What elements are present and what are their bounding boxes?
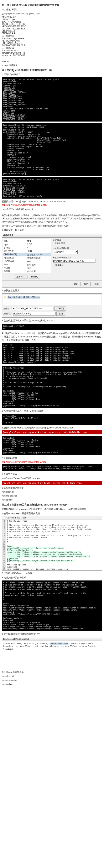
device-row[interactable]: CD/DVD (IDE)正在使用文件 D:...	[3, 253, 51, 256]
p-s8-2: 9.执行yum源更新命令	[2, 486, 102, 490]
chk-connected[interactable]: ☑ 已连接	[53, 239, 101, 242]
cancel-button[interactable]: 取消	[56, 312, 65, 316]
add-button[interactable]: 添加(A)...	[14, 275, 28, 279]
radio-iso[interactable]: ● 使用 ISO 映像文件:	[53, 256, 101, 259]
h-s2: 以下是ifcfg-eth0 能看到 手动增加的首次三项	[2, 68, 102, 72]
term-mount: [adminlp1-7]# mount ...	[2, 324, 102, 330]
p-s4: 3.点击确定后下载yum手动在centos6上加载CD/DVD	[2, 319, 102, 322]
block-s1-lines: DEVICES=eth0ONBOOT=yesBOOTPROTO=staticIP…	[2, 16, 102, 56]
ok-button[interactable]: 确定	[72, 282, 81, 286]
p-step1: 第一步：由于我们需要下载某文件，则打开Linux系统中安装的wget	[2, 224, 102, 227]
radio-physical[interactable]: ○ 使用物理驱动器:	[53, 247, 101, 250]
device-row[interactable]: 内存2 GB	[3, 243, 51, 246]
editor-tab[interactable]: 📄 CentOS-Base.repo	[2, 516, 102, 520]
link-aliyun-6[interactable]: https://mirrors.aliyun.com/repo/Centos-6…	[2, 204, 48, 206]
tree-item[interactable]: etc/	[29, 643, 34, 645]
tree-item[interactable]: yum.repos.d/	[35, 643, 48, 645]
term-yumlist: total 28 -rw-r--r--. 1 root root 1664 Au…	[2, 343, 102, 364]
term-wget-install: ...Installed: wget.x86_64 0:1.14-15.el7_…	[2, 414, 102, 425]
term-media-edit: [c7-media] name=CentOS-$releasever - Med…	[2, 436, 102, 455]
p-s8: 8.查看文件列表	[2, 472, 102, 476]
tree-item[interactable]: CentOS-Media.repo	[45, 645, 64, 647]
term-media-repo: # CentOS-Media.repo # # This repo can be…	[2, 366, 102, 408]
p-s11: 3.使用SSH连接操作复制到系统文件中	[2, 632, 102, 636]
cmd-yum-update: yum update	[2, 498, 102, 501]
help-button[interactable]: 帮助	[92, 282, 101, 286]
cmd-make2: yum makecache	[2, 679, 102, 682]
cmd-vi-media: [root@localhost yum.repos.d]# vi /etc/yu…	[2, 430, 102, 435]
p-s9: 先复制内容/etc/yum.repos.d/下目录文件，再打开CentOS-Ba…	[2, 507, 102, 511]
cmd-mv: [root@localhost yum.repos.d]# mv Centos-…	[2, 481, 102, 485]
term-ifcfg-c: [root@kdgrgrr-005 network-scripts]# cat …	[2, 177, 102, 198]
device-row[interactable]: 网络适配器桥接模式(自动)	[3, 256, 51, 260]
remove-button[interactable]: 移除(R)	[29, 275, 40, 279]
tree-item[interactable]: boot/	[17, 643, 22, 645]
device-row[interactable]: 声卡自动检测	[3, 263, 51, 267]
p-s10-2: 3.粘贴入选择的部分代码	[2, 576, 102, 580]
term-ping: [root@localhost ~]# ping www.baidu.com p…	[2, 123, 102, 176]
term-wget-download: [root@localhost yum.repos.d]# wget http:…	[2, 464, 102, 471]
device-row[interactable]: 显示器自动检测	[3, 270, 51, 273]
tree-item[interactable]: CentOS-CR.repo	[69, 643, 85, 645]
filetype-input[interactable]	[13, 312, 56, 315]
physical-drive-select[interactable]: 自动检测	[53, 250, 77, 254]
p-step1a: 1.加载光盘，打开桌面	[2, 228, 102, 232]
filename-input[interactable]	[11, 307, 53, 310]
dialog-title: 虚拟机设置	[2, 233, 102, 238]
p-s11-2: 9.执行yum源更新命令	[2, 671, 102, 674]
device-row[interactable]: 硬盘(SCSI)40 GB	[3, 250, 51, 253]
cmd-clean2: yum clean all	[2, 675, 102, 678]
tree-item[interactable]: CentOS-Base.repo	[50, 643, 68, 645]
iso-path-input[interactable]	[53, 259, 96, 263]
cmd-yum-clean: yum clean all	[2, 490, 102, 493]
p-s1-sub: 一、修改IP地址	[2, 8, 102, 11]
editor-content[interactable]: # CentOS-Base.repo # # The mirror system…	[6, 520, 93, 570]
tree-item[interactable]: CentOS-fasttrack.repo	[20, 645, 44, 647]
device-row[interactable]: 处理器4	[3, 246, 51, 250]
p-s7: 7.下载repo文件	[2, 456, 102, 460]
p-s1-cmd: 进一步命令:network-scripts目录 ifcfg-eth0	[2, 12, 102, 15]
p-s8-mv: mv Centos-7.repo CentOS-Base.repo	[2, 476, 102, 480]
chk-startup[interactable]: □ 启动时连接	[53, 242, 101, 245]
p-s2-sub: 以下是ifcfg-eth0配置	[2, 73, 102, 76]
device-row[interactable]: 打印机存在	[3, 267, 51, 270]
cmd-update2: yum update	[2, 683, 102, 686]
device-row[interactable]: USB设备组存在	[3, 260, 51, 263]
h-s9: 第二种：使用SSH工具直接复制yumCentOS-Base.repo文件	[2, 503, 102, 506]
vmware-settings-dialog: 虚拟机设置 设备摘要 内存2 GB 处理器4 硬盘(SCSI)40 GB CD/…	[2, 233, 102, 287]
p-s10: 2.修改CentOS-Base.repo内容	[2, 571, 102, 575]
tree-item[interactable]: admin/	[3, 643, 10, 645]
p-iso: 2.加载光盘的图片	[2, 289, 102, 292]
notepad-editor: 📄 CentOS-Base.repo 123456789101112131415…	[2, 516, 102, 571]
p-s5: 5.yum安装wget工具：yum -y install wget	[2, 409, 102, 412]
p-route1: route -n	[2, 60, 102, 63]
link-centos7-repo[interactable]: http://mirrors.aliyun.com/repo/Centos-7.…	[2, 461, 46, 463]
open-button[interactable]: 打开(O)	[54, 307, 66, 311]
tree-item[interactable]: bin/	[11, 643, 16, 645]
p-s4-4: 4.找到CD/etc/yum.repos.d到本地，顺便把CentOS-Base…	[2, 332, 102, 342]
p-route2: ip route 查看网关	[2, 64, 102, 67]
file-open-dialog: 📁 CentOS-7-x86_64-DVD-1708.iso 文件名: 打开(O…	[2, 293, 102, 318]
ssh-file-browser: Browse - /etc/yum.repos.d admin/ bin/ bo…	[2, 637, 102, 669]
p-s6: 6.加载CentOS-Media.repo到原来.bak方式改名 mv Cent…	[2, 426, 102, 430]
p-s9-sub: 1.使用Notepad++打开需要呈现的文件	[2, 512, 102, 515]
browse-button[interactable]: 浏览(B)...	[53, 263, 66, 267]
cmd-yum-make: yum makecache	[2, 494, 102, 497]
term-base-repo: # The mirror system uses the connecting …	[2, 581, 102, 631]
cancel-button[interactable]: 取消	[82, 282, 91, 286]
term-ifcfg-a: [root@kdgrgrr-005 network-scripts]# cat …	[2, 77, 102, 122]
p-s3-desc: Linux系统下yum源配置(Centos 6) 由于在初始安装的Linux系统…	[2, 208, 102, 223]
tree-item[interactable]: dev/	[24, 643, 28, 645]
p-s3: 配置网络后YUM 源 wget -O /etc/yum.repos.d/Cent…	[2, 200, 102, 207]
tree-item[interactable]: CentOS-Sources.repo	[65, 645, 87, 647]
h-s1: 第一种：本地配置DNS（需要重启网络配置才会生效）	[2, 3, 102, 7]
